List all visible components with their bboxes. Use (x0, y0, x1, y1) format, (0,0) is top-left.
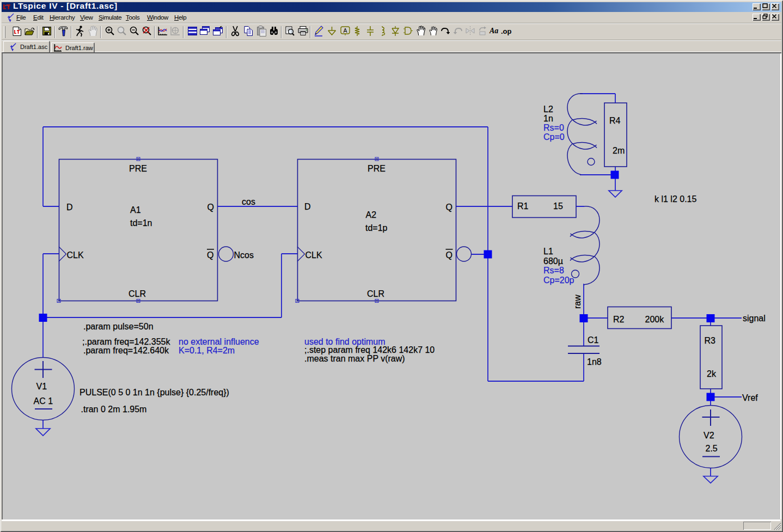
svg-text:Cp=0: Cp=0 (543, 132, 565, 142)
svg-text:Q: Q (207, 250, 213, 260)
svg-text:raw: raw (573, 295, 582, 309)
svg-text:Ncos: Ncos (234, 250, 254, 260)
svg-text:CLK: CLK (67, 250, 84, 260)
svg-text:1n8: 1n8 (587, 357, 602, 366)
svg-text:td=1p: td=1p (365, 223, 388, 233)
svg-text:Rs=8: Rs=8 (543, 266, 564, 275)
svg-text:cos: cos (242, 197, 255, 206)
svg-text:no external influence: no external influence (179, 337, 259, 346)
svg-text:CLK: CLK (305, 250, 322, 260)
svg-text:D: D (304, 202, 311, 211)
svg-text:L1: L1 (543, 247, 553, 256)
svg-text:Q: Q (207, 203, 214, 212)
svg-text:.param pulse=50n: .param pulse=50n (83, 322, 154, 331)
svg-text:Q: Q (446, 203, 452, 212)
svg-text:Cp=20p: Cp=20p (543, 276, 574, 285)
svg-text:used to find optimum: used to find optimum (304, 337, 386, 346)
svg-text:15: 15 (553, 201, 563, 211)
svg-text:Rs=0: Rs=0 (543, 123, 564, 132)
svg-text:A2: A2 (366, 210, 377, 219)
svg-text:680µ: 680µ (543, 256, 563, 266)
svg-text:R4: R4 (609, 116, 621, 125)
svg-text:PRE: PRE (129, 164, 147, 173)
svg-text:signal: signal (743, 314, 766, 323)
svg-text:2k: 2k (707, 369, 717, 378)
svg-text:.param freq=142.640k: .param freq=142.640k (83, 346, 169, 355)
svg-text:V1: V1 (36, 382, 47, 391)
svg-text:.tran 0 2m 1.95m: .tran 0 2m 1.95m (81, 405, 147, 414)
svg-text:200k: 200k (645, 315, 665, 324)
svg-text:R2: R2 (613, 315, 625, 324)
svg-text:R1: R1 (517, 201, 529, 211)
svg-text:;.param freq=142.355k: ;.param freq=142.355k (82, 337, 170, 346)
svg-text:K=0.1, R4=2m: K=0.1, R4=2m (179, 346, 235, 355)
svg-text:A1: A1 (130, 205, 141, 215)
svg-text:k l1 l2 0.15: k l1 l2 0.15 (654, 194, 696, 204)
svg-text:C1: C1 (588, 335, 599, 345)
svg-text:R3: R3 (705, 336, 716, 345)
svg-text:;.step param freq 142k6 142k7: ;.step param freq 142k6 142k7 10 (304, 345, 435, 354)
svg-text:.meas tran max PP v(raw): .meas tran max PP v(raw) (304, 354, 405, 363)
svg-text:L2: L2 (543, 105, 553, 114)
svg-text:D: D (66, 203, 73, 212)
svg-text:1n: 1n (543, 114, 553, 123)
svg-text:2m: 2m (613, 146, 625, 155)
svg-text:PULSE(0 5 0 1n 1n {pulse} {0.2: PULSE(0 5 0 1n 1n {pulse} {0.25/freq}) (79, 388, 229, 397)
svg-text:Vref: Vref (742, 393, 758, 402)
svg-text:PRE: PRE (368, 164, 386, 173)
svg-text:V2: V2 (704, 431, 714, 440)
svg-text:CLR: CLR (367, 289, 384, 298)
svg-text:CLR: CLR (129, 289, 146, 298)
svg-text:td=1n: td=1n (130, 218, 152, 228)
svg-text:AC 1: AC 1 (34, 396, 53, 406)
svg-text:2.5: 2.5 (706, 444, 718, 453)
svg-text:Q: Q (446, 250, 452, 260)
